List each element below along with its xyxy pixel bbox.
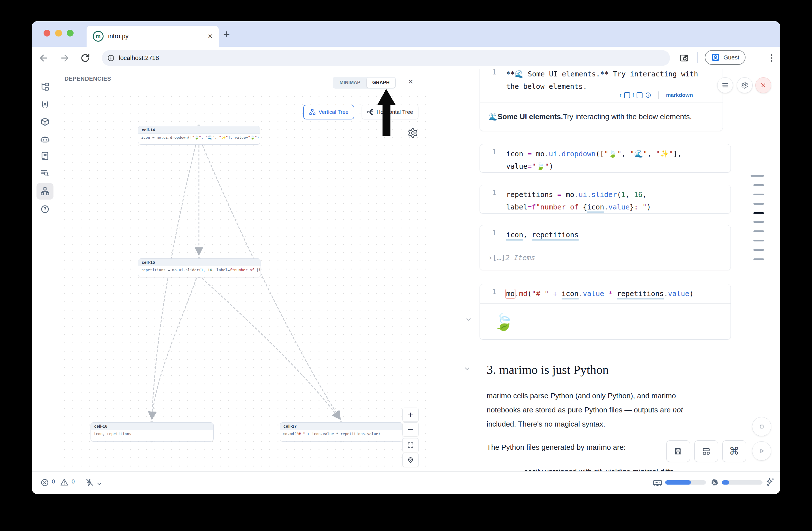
browser-menu-icon[interactable] bbox=[766, 53, 777, 63]
site-info-icon[interactable] bbox=[107, 54, 115, 62]
traffic-light-close[interactable] bbox=[44, 30, 50, 37]
fullscreen-icon bbox=[407, 442, 414, 449]
line-number: 1 bbox=[480, 284, 502, 303]
reload-icon[interactable] bbox=[80, 53, 90, 63]
cell-delete-button[interactable] bbox=[755, 77, 771, 93]
errors-icon[interactable] bbox=[41, 478, 49, 487]
toggle-f-checkbox[interactable] bbox=[637, 92, 642, 98]
node-code: mo.md("# " + icon.value * repetitions.va… bbox=[280, 430, 403, 437]
location-pin-icon bbox=[407, 456, 414, 464]
sidebar-item-help[interactable] bbox=[40, 204, 50, 214]
section-heading: 3. marimo is just Python bbox=[487, 362, 609, 377]
info-icon[interactable] bbox=[645, 92, 651, 98]
notebook-cell-dropdown[interactable]: 1 icon = mo.ui.dropdown(["🍃", "🌊", "✨"],… bbox=[480, 144, 731, 173]
cpu-usage-fill bbox=[722, 480, 729, 485]
locate-button[interactable] bbox=[402, 453, 419, 467]
sidebar-item-logs[interactable] bbox=[40, 151, 50, 161]
sidebar-item-snippets[interactable] bbox=[40, 168, 50, 178]
shortcuts-button[interactable]: ⌘ bbox=[722, 441, 746, 462]
output-collapse-chevron-icon[interactable] bbox=[465, 316, 472, 323]
command-icon: ⌘ bbox=[729, 445, 739, 457]
node-title: cell-17 bbox=[280, 422, 403, 430]
cell-code-editor[interactable]: icon = mo.ui.dropdown(["🍃", "🌊", "✨"], v… bbox=[502, 144, 730, 173]
browser-tab[interactable]: m intro.py × bbox=[87, 26, 219, 47]
footer-divider bbox=[658, 91, 659, 99]
cell-output-collapsed[interactable]: › [ … ] 2 Items bbox=[480, 245, 730, 270]
tab-minimap[interactable]: MINIMAP bbox=[333, 80, 367, 85]
traffic-light-zoom[interactable] bbox=[67, 30, 74, 37]
scroll-marker[interactable] bbox=[753, 258, 764, 260]
scroll-marker[interactable] bbox=[753, 240, 764, 241]
node-code: repetitions = mo.ui.slider(1, 16, label=… bbox=[139, 266, 261, 274]
chevron-down-icon[interactable] bbox=[96, 480, 103, 487]
run-button[interactable] bbox=[752, 441, 771, 460]
traffic-light-minimize[interactable] bbox=[55, 30, 62, 37]
notebook-cell-slider[interactable]: 1 repetitions = mo.ui.slider(1, 16, labe… bbox=[480, 185, 731, 214]
notebook-cell-markdown[interactable]: 1 **🌊 Some UI elements.** Try interactin… bbox=[480, 69, 723, 131]
scroll-marker[interactable] bbox=[753, 203, 764, 205]
profile-button[interactable]: Guest bbox=[705, 50, 745, 65]
app-sidebar bbox=[32, 69, 58, 471]
scroll-marker[interactable] bbox=[753, 184, 764, 186]
cell-config-button[interactable] bbox=[737, 77, 753, 93]
zoom-out-button[interactable]: − bbox=[402, 422, 419, 436]
scroll-marker[interactable] bbox=[751, 175, 764, 177]
cell-code-editor[interactable]: mo.md("# " + icon.value * repetitions.va… bbox=[502, 284, 730, 303]
graph-node-cell-15[interactable]: cell-15 repetitions = mo.ui.slider(1, 16… bbox=[138, 258, 261, 277]
autorun-disabled-icon[interactable] bbox=[85, 478, 94, 487]
sidebar-item-dependencies[interactable] bbox=[40, 187, 50, 196]
graph-node-cell-16[interactable]: cell-16 icon, repetitions bbox=[90, 422, 214, 442]
ai-sparkle-icon[interactable] bbox=[765, 477, 775, 487]
notebook-cell-tuple[interactable]: 1 icon, repetitions › [ … ] 2 Items bbox=[480, 225, 731, 270]
cell-output: 🌊 Some UI elements. Try interacting with… bbox=[480, 102, 723, 131]
graph-settings-gear-icon[interactable] bbox=[407, 128, 418, 139]
toggle-r-checkbox[interactable] bbox=[624, 92, 630, 98]
line-number: 1 bbox=[480, 144, 502, 173]
cpu-icon[interactable] bbox=[710, 477, 720, 487]
zoom-in-button[interactable]: + bbox=[402, 407, 419, 422]
node-title: cell-15 bbox=[139, 259, 261, 266]
fit-view-button[interactable] bbox=[402, 438, 419, 452]
search-tabs-icon[interactable] bbox=[679, 53, 689, 63]
save-button[interactable] bbox=[666, 441, 690, 462]
tab-close-icon[interactable]: × bbox=[208, 32, 213, 40]
cell-code-editor[interactable]: **🌊 Some UI elements.** Try interacting … bbox=[502, 69, 723, 88]
memory-icon[interactable] bbox=[652, 477, 663, 488]
vertical-tree-button[interactable]: Vertical Tree bbox=[303, 105, 354, 119]
toggle-r-label: r bbox=[620, 92, 621, 98]
scroll-marker[interactable] bbox=[753, 230, 764, 232]
cell-code-editor[interactable]: icon, repetitions bbox=[502, 225, 730, 245]
error-count: 0 bbox=[52, 478, 55, 485]
section-collapse-chevron-icon[interactable] bbox=[463, 365, 471, 372]
panel-title: DEPENDENCIES bbox=[64, 75, 111, 82]
scroll-marker[interactable] bbox=[753, 193, 764, 195]
graph-node-cell-14[interactable]: cell-14 icon = mo.ui.dropdown(["🍃", "🌊",… bbox=[138, 126, 260, 145]
layout-button[interactable] bbox=[694, 441, 718, 462]
vertical-tree-label: Vertical Tree bbox=[319, 109, 349, 115]
scroll-marker[interactable] bbox=[753, 249, 764, 251]
dependency-graph-canvas[interactable]: Vertical Tree Horizontal Tree cell-14 ic… bbox=[58, 90, 433, 471]
sidebar-item-variables[interactable] bbox=[40, 99, 50, 109]
node-code: icon = mo.ui.dropdown(["🍃", "🌊", "✨"], v… bbox=[139, 133, 260, 141]
cell-menu-button[interactable] bbox=[717, 77, 733, 93]
new-tab-button[interactable]: + bbox=[223, 28, 230, 41]
cell-code-editor[interactable]: repetitions = mo.ui.slider(1, 16, label=… bbox=[502, 185, 730, 214]
scroll-marker-active[interactable] bbox=[753, 212, 764, 214]
stop-button[interactable] bbox=[752, 417, 771, 436]
forward-icon[interactable] bbox=[59, 53, 70, 63]
sidebar-item-ai-assistant[interactable] bbox=[40, 134, 50, 144]
panel-close-icon[interactable]: × bbox=[408, 77, 414, 86]
scroll-marker[interactable] bbox=[753, 221, 764, 223]
warnings-icon[interactable] bbox=[60, 478, 69, 487]
section-paragraph: marimo cells parse Python (and only Pyth… bbox=[487, 389, 710, 431]
notebook-column: 1 **🌊 Some UI elements.** Try interactin… bbox=[433, 69, 780, 471]
back-icon[interactable] bbox=[39, 53, 49, 63]
url-bar[interactable]: localhost:2718 bbox=[102, 50, 670, 66]
node-code: icon, repetitions bbox=[91, 430, 213, 437]
graph-edges bbox=[58, 90, 433, 471]
graph-node-cell-17[interactable]: cell-17 mo.md("# " + icon.value * repeti… bbox=[280, 422, 403, 442]
language-badge[interactable]: markdown bbox=[666, 92, 693, 98]
sidebar-item-packages[interactable] bbox=[40, 117, 50, 127]
notebook-cell-momd[interactable]: 1 mo.md("# " + icon.value * repetitions.… bbox=[480, 284, 731, 340]
sidebar-item-file-tree[interactable] bbox=[40, 82, 50, 91]
